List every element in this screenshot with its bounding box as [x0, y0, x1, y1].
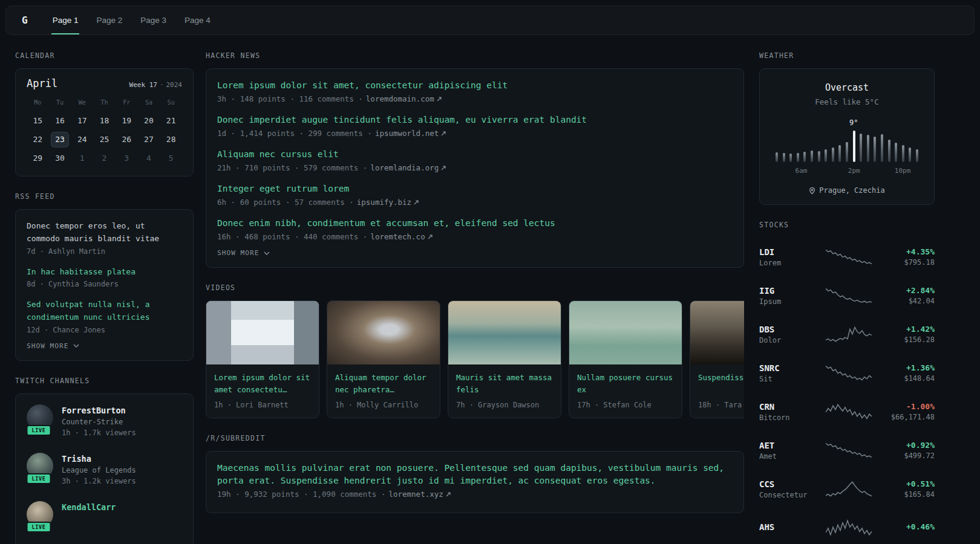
rss-show-more-button[interactable]: SHOW MORE [27, 342, 79, 350]
hackernews-item-source-link[interactable]: ipsumworld.net [375, 129, 446, 138]
stock-row[interactable]: DBS Dolor +1.42% $156.28 [759, 315, 935, 354]
stock-row[interactable]: AHS +0.46% [759, 508, 935, 544]
hackernews-item-title[interactable]: Donec imperdiet augue tincidunt felis al… [217, 114, 733, 126]
rss-item-title[interactable]: Sed volutpat nulla nisl, a condimentum n… [27, 299, 182, 324]
twitch-channel-viewers: 3h · 1.2k viewers [62, 477, 136, 485]
video-card-body: Mauris sit amet massa felis 7h · Grayson… [448, 364, 561, 418]
weather-bar [860, 134, 862, 162]
stock-row[interactable]: LDI Lorem +4.35% $795.18 [759, 238, 935, 276]
hackernews-list: Lorem ipsum dolor sit amet, consectetur … [217, 79, 733, 241]
hackernews-item-source-link[interactable]: loremdomain.com [366, 94, 442, 103]
calendar-day-cell: 23 [51, 132, 69, 147]
calendar-day-cell: 26 [117, 132, 136, 147]
weather-bar [909, 147, 911, 162]
hackernews-item-title[interactable]: Aliquam nec cursus elit [217, 148, 733, 161]
videos-section: VIDEOS Lorem ipsum dolor sit amet consec… [206, 283, 744, 418]
weather-location: Prague, Czechia [772, 186, 922, 195]
twitch-channel-row[interactable]: LIVE KendallCarr [27, 501, 182, 528]
video-title[interactable]: Nullam posuere cursus ex [577, 372, 674, 396]
twitch-channel-info: ForrestBurton Counter-Strike 1h · 1.7k v… [62, 404, 136, 437]
twitch-widget: LIVE ForrestBurton Counter-Strike 1h · 1… [15, 393, 194, 544]
stock-change-percent: +4.35% [875, 247, 935, 256]
external-link-icon [446, 492, 451, 497]
calendar-separator: · [160, 81, 164, 89]
hackernews-item-source-link[interactable]: loremtech.co [370, 232, 432, 241]
stock-sparkline [826, 403, 872, 420]
external-link-icon [437, 97, 442, 102]
calendar-day-header: Sa [145, 94, 152, 111]
page-tab[interactable]: Page 1 [51, 6, 80, 34]
rss-show-more-label: SHOW MORE [27, 342, 69, 350]
hackernews-show-more-button[interactable]: SHOW MORE [217, 249, 270, 257]
stock-row[interactable]: SNRC Sit +1.36% $148.64 [759, 354, 935, 392]
page-tab[interactable]: Page 4 [183, 6, 212, 34]
hackernews-item-title[interactable]: Lorem ipsum dolor sit amet, consectetur … [217, 79, 733, 92]
rss-item-title[interactable]: Donec tempor eros leo, ut commodo mauris… [27, 220, 182, 245]
stock-row[interactable]: CRN Bitcorn -1.00% $66,171.48 [759, 392, 935, 431]
stock-values: +2.84% $42.04 [875, 286, 935, 305]
hackernews-item-source-link[interactable]: loremlandia.org [370, 163, 446, 172]
weather-bar [797, 153, 799, 162]
stock-row[interactable]: AET Amet +0.92% $499.72 [759, 431, 935, 470]
weather-time-label: 6am [795, 167, 808, 175]
page-tabs: Page 1 Page 2 Page 3 Page 4 [44, 6, 220, 34]
stock-values: +1.42% $156.28 [875, 325, 935, 344]
external-link-icon [414, 200, 419, 205]
video-thumbnail[interactable] [569, 301, 682, 364]
stock-name: Amet [759, 452, 822, 461]
video-title[interactable]: Lorem ipsum dolor sit amet consectetu… [214, 372, 311, 396]
calendar-day-cell: 1 [73, 151, 91, 166]
twitch-channel-row[interactable]: LIVE Trisha League of Legends 3h · 1.2k … [27, 453, 182, 485]
stock-change-percent: -1.00% [875, 402, 935, 411]
twitch-channel-row[interactable]: LIVE ForrestBurton Counter-Strike 1h · 1… [27, 404, 182, 437]
calendar-day-cell: 4 [140, 151, 158, 166]
subreddit-item-title[interactable]: Maecenas mollis pulvinar erat non posuer… [217, 462, 733, 487]
video-title[interactable]: Aliquam tempor dolor nec pharetra… [335, 372, 432, 396]
hackernews-item-title[interactable]: Integer eget rutrum lorem [217, 183, 733, 195]
stock-identity: LDI Lorem [759, 247, 822, 267]
video-thumbnail[interactable] [327, 301, 440, 364]
calendar-month: April [27, 77, 57, 89]
stock-values: +4.35% $795.18 [875, 247, 935, 267]
video-thumbnail[interactable] [448, 301, 561, 364]
video-title[interactable]: Suspendisse diam [698, 372, 744, 396]
stock-row[interactable]: CCS Consectetur +0.51% $165.84 [759, 470, 935, 508]
calendar-section: CALENDAR April Week 17·2024 MoTuWeThFrSa… [15, 51, 194, 176]
calendar-day-headers: MoTuWeThFrSaSu [27, 94, 182, 111]
hackernews-item: Donec enim nibh, condimentum et accumsan… [217, 217, 733, 241]
weather-bar-current [853, 131, 855, 162]
stock-identity: CCS Consectetur [759, 479, 822, 499]
stock-values: +1.36% $148.64 [875, 363, 935, 383]
subreddit-item-source-link[interactable]: loremnet.xyz [388, 490, 450, 499]
calendar-day-header: Su [168, 94, 175, 111]
stock-row[interactable]: IIG Ipsum +2.84% $42.04 [759, 276, 935, 315]
stock-symbol: CCS [759, 479, 822, 489]
page-tab[interactable]: Page 2 [95, 6, 123, 34]
weather-widget: Overcast Feels like 5°C 9° 6am 2pm 10pm [759, 68, 935, 205]
page-tab[interactable]: Page 3 [139, 6, 168, 34]
calendar-day-header: Tu [56, 94, 64, 111]
calendar-day-cell: 22 [28, 132, 47, 147]
video-thumbnail[interactable] [690, 301, 744, 364]
video-card: Suspendisse diam 18h · Tara [690, 300, 744, 418]
stock-price: $66,171.48 [875, 413, 935, 421]
weather-temp-label: 9° [849, 118, 858, 127]
stock-identity: DBS Dolor [759, 325, 822, 345]
hackernews-item: Donec imperdiet augue tincidunt felis al… [217, 114, 733, 138]
stock-change-percent: +1.36% [875, 363, 935, 372]
rss-item-title[interactable]: In hac habitasse platea [27, 266, 182, 279]
stock-sparkline [826, 442, 872, 459]
video-card-body: Nullam posuere cursus ex 17h · Stefan Co… [569, 364, 682, 418]
video-title[interactable]: Mauris sit amet massa felis [456, 372, 553, 396]
hackernews-item-source-link[interactable]: ipsumify.biz [357, 198, 419, 207]
calendar-day-cell: 29 [28, 151, 47, 166]
video-card-body: Aliquam tempor dolor nec pharetra… 1h · … [327, 364, 440, 418]
subreddit-item-stats: 19h · 9,932 points · 1,090 comments · [217, 490, 385, 499]
stock-price: $148.64 [875, 374, 935, 383]
subreddit-widget: Maecenas mollis pulvinar erat non posuer… [206, 451, 744, 513]
hackernews-widget: Lorem ipsum dolor sit amet, consectetur … [206, 68, 744, 268]
calendar-day-cell: 19 [117, 113, 136, 129]
hackernews-item-title[interactable]: Donec enim nibh, condimentum et accumsan… [217, 217, 733, 230]
video-thumbnail[interactable] [206, 301, 319, 364]
rss-item: In hac habitasse platea 8d · Cynthia Sau… [27, 266, 182, 289]
